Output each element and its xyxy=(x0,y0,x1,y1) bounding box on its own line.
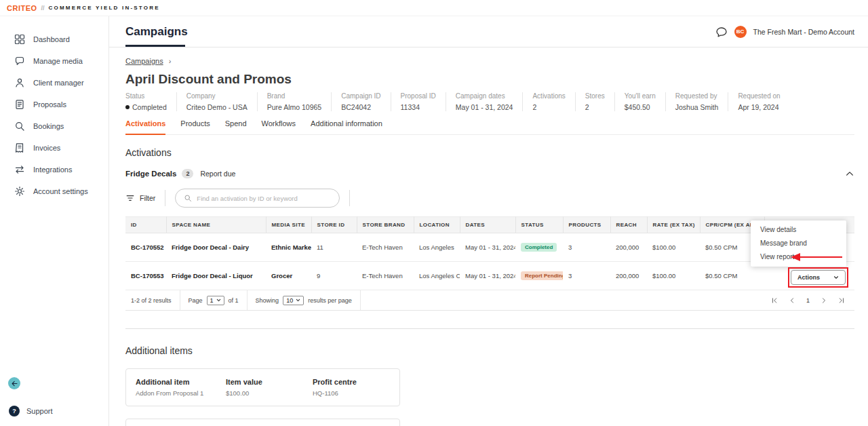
col-store-id: STORE ID xyxy=(311,217,357,233)
additional-items-title: Additional items xyxy=(125,345,854,356)
tab-activations[interactable]: Activations xyxy=(125,119,165,135)
avatar[interactable]: BC xyxy=(734,26,747,38)
sidebar-label: Client manager xyxy=(33,79,84,87)
chevron-up-icon[interactable] xyxy=(845,169,854,178)
search-icon xyxy=(184,194,192,202)
filter-button[interactable]: Filter xyxy=(125,193,155,203)
info-field-campaign-dates: Campaign dates May 01 - 31, 2024 xyxy=(446,92,523,111)
filter-icon xyxy=(125,193,135,203)
arrows-exchange-icon xyxy=(14,164,25,175)
page-select[interactable]: 1 xyxy=(207,296,224,305)
col-media-site: MEDIA SITE xyxy=(266,217,311,233)
current-page[interactable]: 1 xyxy=(806,297,810,304)
sidebar-label: Manage media xyxy=(33,57,83,65)
additional-item-card: Additional item Addon From Proposal 1 It… xyxy=(125,368,400,406)
table-row[interactable]: BC-170552 Fridge Door Decal - Dairy Ethn… xyxy=(125,233,854,262)
magnifier-icon xyxy=(14,121,25,132)
row-actions-dropdown: View details Message brand View report xyxy=(751,220,846,267)
account-name[interactable]: The Fresh Mart - Demo Account xyxy=(753,28,854,36)
collapse-sidebar-button[interactable] xyxy=(8,377,20,389)
per-page-select[interactable]: 10 xyxy=(283,296,304,305)
col-id: ID xyxy=(125,217,166,233)
info-field-earn: You'll earn $450.50 xyxy=(614,92,665,111)
menu-item-view-details[interactable]: View details xyxy=(751,223,846,237)
last-page-icon[interactable] xyxy=(838,297,845,304)
divider xyxy=(165,190,165,206)
activation-group-header: Fridge Decals 2 Report due xyxy=(125,169,854,178)
search-input[interactable] xyxy=(197,195,331,202)
page-selector-group: Page 1 of 1 xyxy=(180,290,248,310)
breadcrumb-campaigns-link[interactable]: Campaigns xyxy=(125,57,163,65)
menu-item-view-report[interactable]: View report xyxy=(751,250,846,264)
logo-separator: // xyxy=(41,5,45,12)
col-space-name: SPACE NAME xyxy=(166,217,266,233)
results-count: 1-2 of 2 results xyxy=(131,290,180,310)
group-status: Report due xyxy=(200,170,235,178)
table-row[interactable]: BC-170553 Fridge Door Decal - Liquor Gro… xyxy=(125,262,854,290)
divider xyxy=(349,190,350,206)
gear-icon xyxy=(14,186,25,197)
first-page-icon[interactable] xyxy=(771,297,778,304)
product-name: COMMERCE YIELD IN-STORE xyxy=(49,5,160,11)
sidebar: Dashboard Manage media Client manager Pr… xyxy=(0,16,109,426)
pagination-bar: 1-2 of 2 results Page 1 of 1 Showing 10 xyxy=(125,290,854,311)
sidebar-item-support[interactable]: ? Support xyxy=(0,406,108,417)
sidebar-item-client-manager[interactable]: Client manager xyxy=(0,72,108,94)
criteo-logo: CRITEO xyxy=(7,4,37,12)
page-title: Campaigns xyxy=(125,25,188,39)
sidebar-item-proposals[interactable]: Proposals xyxy=(0,94,108,115)
invoice-icon xyxy=(14,142,25,153)
info-field-company: Company Criteo Demo - USA xyxy=(176,92,257,111)
help-icon: ? xyxy=(9,406,20,417)
info-field-status: Status Completed xyxy=(125,92,176,111)
status-dot xyxy=(125,105,130,109)
sidebar-label: Integrations xyxy=(33,166,72,174)
next-page-icon[interactable] xyxy=(821,297,827,304)
info-field-requested-by: Requested by Joshua Smith xyxy=(665,92,728,111)
info-field-requested-on: Requested on Apr 19, 2024 xyxy=(728,92,789,111)
chat-bubble-icon[interactable] xyxy=(715,26,728,38)
status-badge: Completed xyxy=(521,243,557,252)
table-header-row: ID SPACE NAME MEDIA SITE STORE ID STORE … xyxy=(125,217,854,233)
campaign-info-row: Status Completed Company Criteo Demo - U… xyxy=(125,92,854,111)
speech-bubble-icon xyxy=(14,56,25,66)
sidebar-label: Proposals xyxy=(33,100,66,109)
breadcrumb-separator: › xyxy=(169,57,172,65)
support-label: Support xyxy=(26,407,53,415)
campaign-title: April Discount and Promos xyxy=(125,72,854,87)
tab-spend[interactable]: Spend xyxy=(225,119,247,134)
sidebar-label: Invoices xyxy=(33,144,60,152)
activation-search xyxy=(175,189,340,208)
sidebar-label: Dashboard xyxy=(33,35,70,43)
tab-products[interactable]: Products xyxy=(180,119,210,134)
status-badge: Report Pending xyxy=(521,271,563,280)
breadcrumb: Campaigns › xyxy=(125,57,854,65)
col-reach: REACH xyxy=(610,217,647,233)
sidebar-label: Bookings xyxy=(33,122,64,130)
tab-additional-information[interactable]: Additional information xyxy=(311,119,382,134)
additional-item-card: Additional item Item value Profit centre xyxy=(125,419,400,426)
menu-item-message-brand[interactable]: Message brand xyxy=(751,237,846,250)
sidebar-item-manage-media[interactable]: Manage media xyxy=(0,50,108,72)
info-field-proposal-id: Proposal ID 11334 xyxy=(391,92,446,111)
info-field-campaign-id: Campaign ID BC24042 xyxy=(331,92,390,111)
sidebar-item-invoices[interactable]: Invoices xyxy=(0,137,108,159)
prev-page-icon[interactable] xyxy=(789,297,795,304)
col-dates: DATES xyxy=(460,217,515,233)
sidebar-item-integrations[interactable]: Integrations xyxy=(0,159,108,180)
sidebar-item-bookings[interactable]: Bookings xyxy=(0,115,108,137)
topbar: CRITEO // COMMERCE YIELD IN-STORE xyxy=(0,0,868,16)
col-status: STATUS xyxy=(515,217,563,233)
activations-section-title: Activations xyxy=(125,147,854,158)
per-page-group: Showing 10 results per page xyxy=(248,290,361,310)
sidebar-item-account-settings[interactable]: Account settings xyxy=(0,180,108,202)
chevron-down-icon xyxy=(216,298,221,303)
sidebar-item-dashboard[interactable]: Dashboard xyxy=(0,28,108,50)
info-field-activations: Activations 2 xyxy=(522,92,574,111)
tab-workflows[interactable]: Workflows xyxy=(262,119,296,134)
actions-button[interactable]: Actions xyxy=(791,270,846,285)
col-location: LOCATION xyxy=(414,217,460,233)
chevron-down-icon xyxy=(296,298,300,303)
page-header: Campaigns BC The Fresh Mart - Demo Accou… xyxy=(109,16,868,47)
info-field-stores: Stores 2 xyxy=(575,92,614,111)
